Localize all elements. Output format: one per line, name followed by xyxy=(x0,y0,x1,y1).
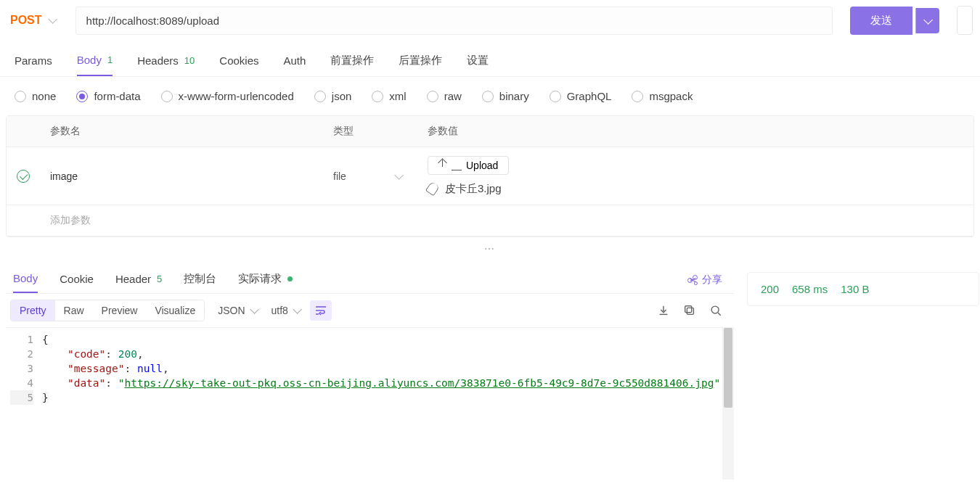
svg-rect-1 xyxy=(685,306,692,313)
param-name-cell[interactable]: image xyxy=(40,162,323,191)
param-value-cell: Upload 皮卡丘3.jpg xyxy=(417,147,973,205)
tab-cookies[interactable]: Cookies xyxy=(219,49,258,75)
radio-json[interactable]: json xyxy=(314,90,352,102)
seg-visualize[interactable]: Visualize xyxy=(146,300,204,321)
radio-icon xyxy=(15,91,26,102)
body-type-row: none form-data x-www-form-urlencoded jso… xyxy=(0,77,980,115)
resp-tab-actual[interactable]: 实际请求 xyxy=(238,266,293,293)
extra-button[interactable] xyxy=(957,6,973,35)
response-toolbar: Pretty Raw Preview Visualize JSON utf8 xyxy=(6,294,734,327)
svg-rect-0 xyxy=(687,308,693,314)
chevron-down-icon xyxy=(923,18,932,24)
seg-preview[interactable]: Preview xyxy=(93,300,147,321)
upload-icon xyxy=(438,161,447,170)
seg-raw[interactable]: Raw xyxy=(55,300,93,321)
radio-icon xyxy=(76,91,88,102)
http-method-selector[interactable]: POST xyxy=(0,9,67,31)
check-icon[interactable] xyxy=(17,170,30,183)
scrollbar[interactable] xyxy=(722,328,734,480)
radio-icon xyxy=(550,91,561,102)
resp-header-badge: 5 xyxy=(157,273,162,284)
radio-icon xyxy=(482,91,494,102)
copy-icon[interactable] xyxy=(683,304,696,317)
tab-headers-badge: 10 xyxy=(184,55,195,66)
wrap-icon xyxy=(315,305,327,316)
radio-none[interactable]: none xyxy=(15,90,56,102)
resp-tab-console[interactable]: 控制台 xyxy=(184,266,216,293)
radio-icon xyxy=(632,91,643,102)
chevron-down-icon xyxy=(48,17,57,23)
file-attachment[interactable]: 皮卡丘3.jpg xyxy=(428,182,502,196)
encoding-select[interactable]: utf8 xyxy=(271,305,301,316)
format-select[interactable]: JSON xyxy=(218,305,258,316)
pane-splitter[interactable]: ⋯ xyxy=(0,237,980,260)
response-body-code: { "code": 200, "message": null, "data": … xyxy=(42,328,734,480)
radio-icon xyxy=(161,91,173,102)
resp-tab-header[interactable]: Header5 xyxy=(115,267,162,292)
send-button[interactable]: 发送 xyxy=(850,7,912,35)
url-input[interactable] xyxy=(75,7,833,35)
line-gutter: 12345 xyxy=(6,328,42,480)
header-value: 参数值 xyxy=(417,116,973,147)
seg-pretty[interactable]: Pretty xyxy=(11,300,55,321)
status-size: 130 B xyxy=(841,283,869,295)
scrollbar-thumb[interactable] xyxy=(724,328,732,408)
tab-body-badge: 1 xyxy=(107,54,113,65)
share-icon xyxy=(687,275,698,285)
send-dropdown-button[interactable] xyxy=(915,8,939,33)
status-dot-icon xyxy=(287,276,293,281)
radio-x-www[interactable]: x-www-form-urlencoded xyxy=(161,90,294,102)
tab-post-script[interactable]: 后置操作 xyxy=(399,48,442,76)
radio-icon xyxy=(427,91,438,102)
http-method-label: POST xyxy=(10,14,42,27)
radio-xml[interactable]: xml xyxy=(372,90,406,102)
chevron-down-icon xyxy=(394,173,403,179)
status-time: 658 ms xyxy=(792,283,828,295)
share-button[interactable]: 分享 xyxy=(687,273,727,287)
tab-params[interactable]: Params xyxy=(15,49,52,75)
resp-tab-cookie[interactable]: Cookie xyxy=(60,267,94,292)
radio-icon xyxy=(372,91,383,102)
radio-raw[interactable]: raw xyxy=(427,90,462,102)
radio-msgpack[interactable]: msgpack xyxy=(632,90,693,102)
chevron-down-icon xyxy=(250,308,258,313)
wrap-toggle-button[interactable] xyxy=(310,300,332,321)
tab-headers[interactable]: Headers10 xyxy=(137,49,195,75)
radio-icon xyxy=(314,91,326,102)
params-table: 参数名 类型 参数值 image file Upload 皮卡丘3.jpg xyxy=(6,115,974,237)
svg-point-2 xyxy=(711,306,719,313)
chevron-down-icon xyxy=(293,308,301,313)
radio-form-data[interactable]: form-data xyxy=(76,90,140,102)
tab-pre-script[interactable]: 前置操作 xyxy=(330,48,374,76)
file-name: 皮卡丘3.jpg xyxy=(445,182,502,196)
table-header: 参数名 类型 参数值 xyxy=(7,116,973,147)
header-type: 类型 xyxy=(323,116,417,147)
paperclip-icon xyxy=(425,181,441,196)
status-code: 200 xyxy=(761,283,779,295)
request-tabs: Params Body1 Headers10 Cookies Auth 前置操作… xyxy=(0,41,980,77)
add-param-row[interactable]: 添加参数 xyxy=(7,205,973,236)
tab-auth[interactable]: Auth xyxy=(284,49,306,75)
tab-body[interactable]: Body1 xyxy=(77,48,113,76)
table-row: image file Upload 皮卡丘3.jpg xyxy=(7,147,973,205)
tab-settings[interactable]: 设置 xyxy=(467,48,489,76)
param-type-select[interactable]: file xyxy=(323,162,417,191)
resp-tab-body[interactable]: Body xyxy=(13,266,38,293)
response-tabs: Body Cookie Header5 控制台 实际请求 分享 xyxy=(6,260,734,294)
upload-button[interactable]: Upload xyxy=(428,156,509,175)
view-mode-segment: Pretty Raw Preview Visualize xyxy=(10,300,205,321)
radio-graphql[interactable]: GraphQL xyxy=(550,90,612,102)
response-status-box: 200 658 ms 130 B xyxy=(747,272,979,306)
radio-binary[interactable]: binary xyxy=(482,90,529,102)
search-icon[interactable] xyxy=(709,304,722,317)
response-body-viewer[interactable]: 12345 { "code": 200, "message": null, "d… xyxy=(6,327,734,480)
download-icon[interactable] xyxy=(657,304,670,317)
header-name: 参数名 xyxy=(40,116,323,147)
